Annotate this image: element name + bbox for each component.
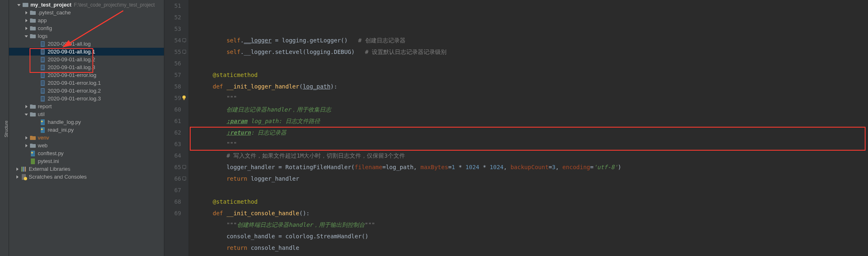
code-line[interactable]: def __init_console_handle(): xyxy=(199,207,868,219)
tree-row[interactable]: 2020-09-01-error.log.2 xyxy=(9,87,164,95)
tree-expand-arrow xyxy=(34,65,39,70)
folder-icon xyxy=(30,17,36,24)
tree-row-label: logs xyxy=(38,33,48,40)
svg-rect-16 xyxy=(41,51,44,52)
code-line[interactable]: :return: 日志记录器 xyxy=(199,127,868,138)
tree-expand-arrow xyxy=(34,81,39,86)
tree-expand-arrow[interactable] xyxy=(24,143,29,148)
line-number: 67 xyxy=(164,184,181,196)
tree-expand-arrow xyxy=(24,159,29,164)
svg-rect-40 xyxy=(41,98,44,99)
tree-expand-arrow xyxy=(34,42,39,47)
tree-row-label: handle_log.py xyxy=(48,119,81,126)
tree-row[interactable]: my_test_projectF:\test_code_project\my_t… xyxy=(9,1,164,9)
code-line[interactable]: @staticmethod xyxy=(199,196,868,207)
tree-expand-arrow[interactable] xyxy=(24,34,29,39)
code-line[interactable]: """ xyxy=(199,92,868,104)
tree-row[interactable]: 2020-09-01-all.log.1 xyxy=(9,48,164,56)
tree-row[interactable]: web xyxy=(9,142,164,149)
fold-toggle-icon[interactable] xyxy=(182,177,186,180)
tree-row[interactable]: report xyxy=(9,102,164,110)
tree-expand-arrow[interactable] xyxy=(15,167,20,172)
svg-rect-46 xyxy=(41,119,45,125)
tree-row[interactable]: Scratches and Consoles xyxy=(9,173,164,181)
svg-point-57 xyxy=(31,152,33,154)
svg-rect-20 xyxy=(41,59,44,60)
svg-rect-1 xyxy=(23,3,25,4)
code-line[interactable]: def __init_logger_handler(log_path): xyxy=(199,81,868,92)
code-line[interactable]: """创建终端日志记录器handler，用于输出到控制台""" xyxy=(199,219,868,230)
tree-row[interactable]: External Libraries xyxy=(9,165,164,173)
code-line[interactable]: 创建日志记录器handler，用于收集日志 xyxy=(199,104,868,115)
svg-rect-49 xyxy=(41,127,45,133)
tree-row[interactable]: 2020-09-01-error.log xyxy=(9,71,164,79)
tree-row[interactable]: handle_log.py xyxy=(9,118,164,126)
file-log-icon xyxy=(39,56,46,63)
folder-icon xyxy=(30,111,36,118)
tree-expand-arrow xyxy=(34,96,39,101)
code-line[interactable]: @staticmethod xyxy=(199,69,868,81)
folder-icon xyxy=(30,142,36,149)
file-log-icon xyxy=(39,64,46,71)
tree-row-label: config xyxy=(38,25,52,32)
code-line[interactable]: self.__logger = logging.getLogger() # 创建… xyxy=(199,35,868,46)
tree-row[interactable]: venv xyxy=(9,134,164,142)
tree-row-label: my_test_project xyxy=(30,1,71,9)
line-number: 62 xyxy=(164,127,181,138)
tree-row[interactable]: conftest.py xyxy=(9,149,164,157)
code-line[interactable]: return console_handle xyxy=(199,242,868,254)
tree-row[interactable]: config xyxy=(9,24,164,32)
fold-toggle-icon[interactable] xyxy=(182,165,186,169)
tree-row[interactable]: 2020-09-01-error.log.1 xyxy=(9,79,164,87)
editor-code-area[interactable]: self.__logger = logging.getLogger() # 创建… xyxy=(189,0,868,256)
line-number: 59 xyxy=(164,92,181,104)
tree-row[interactable]: app xyxy=(9,16,164,24)
tree-row[interactable]: 2020-09-01-all.log xyxy=(9,40,164,48)
folder-root-icon xyxy=(22,2,29,8)
code-line[interactable]: console_handle = colorlog.StreamHandler(… xyxy=(199,230,868,242)
svg-point-47 xyxy=(41,121,43,122)
tree-row[interactable]: pytest.ini xyxy=(9,157,164,165)
tree-expand-arrow[interactable] xyxy=(15,175,20,179)
tree-row[interactable]: 2020-09-01-all.log.2 xyxy=(9,56,164,63)
svg-rect-56 xyxy=(31,151,35,156)
fold-toggle-icon[interactable] xyxy=(182,50,186,54)
code-line[interactable]: return logger_handler xyxy=(199,173,868,184)
fold-toggle-icon[interactable] xyxy=(182,38,186,42)
tree-row[interactable]: read_ini.py xyxy=(9,126,164,134)
project-tree[interactable]: my_test_projectF:\test_code_project\my_t… xyxy=(9,0,164,256)
structure-tab-label[interactable]: Structure xyxy=(4,121,9,137)
file-log-icon xyxy=(39,49,46,55)
tree-expand-arrow[interactable] xyxy=(24,135,29,140)
svg-rect-62 xyxy=(25,167,26,172)
tree-row[interactable]: .pytest_cache xyxy=(9,9,164,16)
svg-rect-11 xyxy=(41,42,44,43)
tree-row[interactable]: util xyxy=(9,110,164,118)
code-line[interactable]: # 写入文件，如果文件超过1M大小时，切割日志文件，仅保留3个文件 xyxy=(199,150,868,161)
tree-row[interactable]: 2020-09-01-all.log.3 xyxy=(9,63,164,71)
code-line[interactable]: """ xyxy=(199,138,868,150)
svg-rect-7 xyxy=(30,26,32,28)
tree-row-label: 2020-09-01-all.log xyxy=(48,40,91,48)
code-line[interactable] xyxy=(199,184,868,196)
tree-expand-arrow[interactable] xyxy=(24,18,29,23)
tree-expand-arrow[interactable] xyxy=(16,2,21,7)
svg-rect-37 xyxy=(41,92,44,92)
tree-expand-arrow[interactable] xyxy=(24,112,29,117)
code-editor[interactable]: 51525354555657585960616263646566676869 s… xyxy=(164,0,868,256)
tree-expand-arrow[interactable] xyxy=(24,26,29,31)
svg-rect-43 xyxy=(30,105,32,106)
code-line[interactable]: self.__logger.setLevel(logging.DEBUG) # … xyxy=(199,46,868,58)
tree-expand-arrow[interactable] xyxy=(24,10,29,15)
code-line[interactable]: :param log_path: 日志文件路径 xyxy=(199,115,868,127)
code-line[interactable] xyxy=(199,58,868,69)
intention-bulb-icon[interactable] xyxy=(181,95,187,100)
file-log-icon xyxy=(39,88,46,94)
tree-expand-arrow xyxy=(34,73,39,78)
tree-row[interactable]: logs xyxy=(9,32,164,40)
tree-row[interactable]: 2020-09-01-error.log.3 xyxy=(9,95,164,102)
svg-rect-35 xyxy=(41,89,44,90)
tree-expand-arrow[interactable] xyxy=(24,104,29,109)
code-line[interactable]: logger_handler = RotatingFileHandler(fil… xyxy=(199,161,868,173)
svg-rect-32 xyxy=(41,83,44,83)
